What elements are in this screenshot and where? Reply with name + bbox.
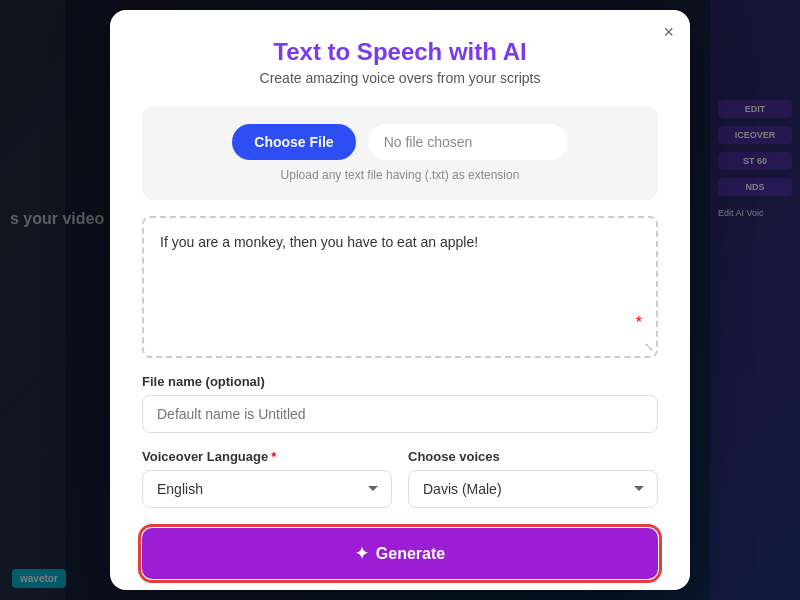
textarea-required-star: * — [636, 314, 642, 332]
file-upload-area: Choose File No file chosen Upload any te… — [142, 106, 658, 200]
generate-button[interactable]: ✦ Generate — [142, 528, 658, 579]
modal-subtitle: Create amazing voice overs from your scr… — [142, 70, 658, 86]
filename-label: File name (optional) — [142, 374, 658, 389]
voiceover-language-group: Voiceover Language * English Spanish Fre… — [142, 449, 392, 508]
spark-icon: ✦ — [355, 544, 368, 563]
voiceover-language-label: Voiceover Language * — [142, 449, 392, 464]
dropdowns-row: Voiceover Language * English Spanish Fre… — [142, 449, 658, 508]
modal-overlay: × Text to Speech with AI Create amazing … — [0, 0, 800, 600]
file-hint: Upload any text file having (.txt) as ex… — [281, 168, 520, 182]
script-textarea[interactable] — [146, 220, 654, 350]
voiceover-language-select[interactable]: English Spanish French German — [142, 470, 392, 508]
voiceover-required-star: * — [271, 449, 276, 464]
generate-btn-wrapper: ✦ Generate — [142, 528, 658, 579]
script-textarea-wrapper: * ⤡ — [142, 216, 658, 358]
generate-label: Generate — [376, 545, 445, 563]
choose-voices-label: Choose voices — [408, 449, 658, 464]
filename-input[interactable] — [142, 395, 658, 433]
modal-dialog: × Text to Speech with AI Create amazing … — [110, 10, 690, 590]
choose-voices-group: Choose voices Davis (Male) Aria (Female)… — [408, 449, 658, 508]
file-upload-row: Choose File No file chosen — [162, 124, 638, 160]
resize-handle[interactable]: ⤡ — [644, 340, 654, 354]
modal-title: Text to Speech with AI — [142, 38, 658, 66]
choose-file-button[interactable]: Choose File — [232, 124, 355, 160]
close-button[interactable]: × — [663, 22, 674, 43]
choose-voices-select[interactable]: Davis (Male) Aria (Female) Guy (Male) Je… — [408, 470, 658, 508]
no-file-label: No file chosen — [368, 124, 568, 160]
